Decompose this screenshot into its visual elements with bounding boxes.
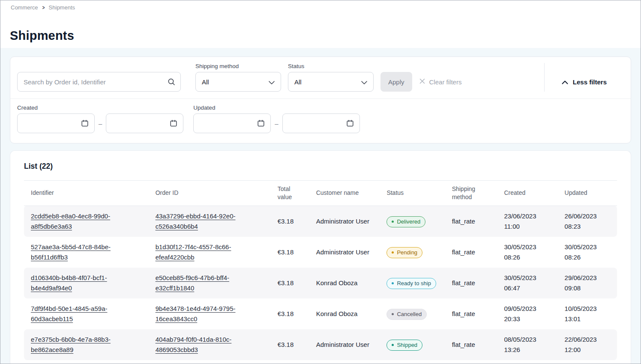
shipping-method-label: Shipping method bbox=[195, 63, 281, 69]
cell-shipping_method: flat_rate bbox=[445, 298, 497, 329]
list-title: List (22) bbox=[24, 162, 617, 171]
status-dot-icon bbox=[392, 313, 394, 315]
status-select[interactable]: All bbox=[288, 72, 374, 92]
calendar-icon[interactable] bbox=[343, 116, 357, 130]
updated-from-wrap bbox=[193, 113, 271, 133]
chevron-down-icon bbox=[269, 78, 275, 86]
order-id-link[interactable]: 404ab794-f0f0-41da-810c-4869053cbbd3 bbox=[156, 336, 232, 353]
status-dot-icon bbox=[392, 251, 394, 254]
range-dash: – bbox=[275, 120, 278, 127]
table-row: d106340b-b4b8-4f07-bcf1-b4e4d9af94e0e50c… bbox=[24, 268, 617, 298]
column-header-updated: Updated bbox=[558, 181, 617, 206]
column-header-order_id: Order ID bbox=[149, 181, 271, 206]
breadcrumb-separator-icon: > bbox=[42, 4, 45, 11]
shipments-table: IdentifierOrder IDTotal valueCustomer na… bbox=[24, 180, 617, 360]
range-dash: – bbox=[99, 120, 102, 127]
chevron-up-icon bbox=[562, 78, 568, 86]
created-to-wrap bbox=[106, 113, 183, 133]
cell-identifier: 2cdd5eb8-e8a0-4ec8-99d0-a8f5db6e3a63 bbox=[24, 206, 149, 237]
shipping-method-select[interactable]: All bbox=[195, 72, 281, 92]
cell-created: 23/06/2023 11:00 bbox=[497, 206, 557, 237]
status-badge: Shipped bbox=[386, 340, 422, 351]
status-value: All bbox=[294, 78, 302, 86]
identifier-link[interactable]: 2cdd5eb8-e8a0-4ec8-99d0-a8f5db6e3a63 bbox=[31, 212, 110, 230]
cell-status: Delivered bbox=[380, 206, 445, 237]
status-badge-label: Ready to ship bbox=[397, 280, 431, 287]
search-field-wrap bbox=[17, 72, 181, 92]
status-dot-icon bbox=[392, 344, 394, 346]
identifier-link[interactable]: e7e375cb-6b0b-4e7a-88b3-be862ace8a89 bbox=[31, 336, 111, 353]
cell-updated: 22/06/2023 12:00 bbox=[558, 329, 617, 360]
shipments-list-panel: List (22) IdentifierOrder IDTotal valueC… bbox=[10, 150, 631, 364]
apply-button[interactable]: Apply bbox=[380, 72, 412, 92]
table-row: 527aae3a-5b5d-47c8-84be-b56f11d6ffb3b1d3… bbox=[24, 237, 617, 268]
less-filters-button[interactable]: Less filters bbox=[559, 72, 609, 92]
created-from-wrap bbox=[17, 113, 95, 133]
content-area: Shipping method All Status All bbox=[0, 48, 641, 364]
table-row: e7e375cb-6b0b-4e7a-88b3-be862ace8a89404a… bbox=[24, 329, 617, 360]
created-label: Created bbox=[17, 104, 183, 111]
breadcrumb-item-commerce[interactable]: Commerce bbox=[11, 4, 38, 11]
order-id-link[interactable]: b1d30f12-7f4c-4557-8c66-efeaf4220cbb bbox=[156, 243, 231, 261]
table-header-row: IdentifierOrder IDTotal valueCustomer na… bbox=[24, 181, 617, 206]
cell-shipping_method: flat_rate bbox=[445, 206, 497, 237]
shipments-table-body: 2cdd5eb8-e8a0-4ec8-99d0-a8f5db6e3a6343a3… bbox=[24, 206, 617, 360]
cell-customer_name: Administrator User bbox=[309, 237, 380, 268]
updated-to-wrap bbox=[282, 113, 360, 133]
cell-status: Shipped bbox=[380, 329, 445, 360]
cell-updated: 26/06/2023 08:23 bbox=[558, 206, 617, 237]
column-header-created: Created bbox=[497, 181, 557, 206]
order-id-link[interactable]: e50ceb85-f9c6-47b6-bff4-e32cff1b1840 bbox=[156, 274, 229, 292]
cell-updated: 10/05/2023 13:01 bbox=[558, 298, 617, 329]
breadcrumb-item-shipments[interactable]: Shipments bbox=[49, 4, 75, 11]
clear-filters-button[interactable]: Clear filters bbox=[416, 72, 464, 92]
status-badge: Cancelled bbox=[386, 309, 427, 320]
status-dot-icon bbox=[392, 282, 394, 284]
cell-created: 08/05/2023 13:26 bbox=[497, 329, 557, 360]
column-header-total_value: Total value bbox=[271, 181, 309, 206]
close-icon bbox=[419, 78, 425, 86]
cell-created: 09/05/2023 20:33 bbox=[497, 298, 557, 329]
cell-created: 30/05/2023 08:26 bbox=[497, 237, 557, 268]
table-row: 7df9f4bd-50e1-4845-a59a-60d3acbeb1159b4e… bbox=[24, 298, 617, 329]
shipments-page: Commerce > Shipments Shipments bbox=[0, 0, 641, 364]
order-id-link[interactable]: 43a37296-ebbd-4164-92e0-c526a340b6b4 bbox=[156, 212, 236, 230]
cell-identifier: 7df9f4bd-50e1-4845-a59a-60d3acbeb115 bbox=[24, 298, 149, 329]
cell-created: 30/05/2023 06:47 bbox=[497, 268, 557, 298]
filters-panel: Shipping method All Status All bbox=[10, 57, 631, 143]
cell-order_id: e50ceb85-f9c6-47b6-bff4-e32cff1b1840 bbox=[149, 268, 271, 298]
cell-updated: 30/05/2023 08:26 bbox=[558, 237, 617, 268]
search-input[interactable] bbox=[17, 72, 181, 92]
column-header-status: Status bbox=[380, 181, 445, 206]
order-id-link[interactable]: 9b4e3478-1e4d-4974-9795-16cea3843cc0 bbox=[156, 305, 236, 322]
filters-row-dates: Created – bbox=[10, 99, 631, 143]
cell-order_id: 9b4e3478-1e4d-4974-9795-16cea3843cc0 bbox=[149, 298, 271, 329]
identifier-link[interactable]: d106340b-b4b8-4f07-bcf1-b4e4d9af94e0 bbox=[31, 274, 107, 292]
identifier-link[interactable]: 7df9f4bd-50e1-4845-a59a-60d3acbeb115 bbox=[31, 305, 107, 322]
status-badge: Delivered bbox=[386, 216, 425, 227]
cell-status: Pending bbox=[380, 237, 445, 268]
vertical-divider bbox=[544, 63, 545, 92]
calendar-icon[interactable] bbox=[78, 116, 92, 130]
identifier-link[interactable]: 527aae3a-5b5d-47c8-84be-b56f11d6ffb3 bbox=[31, 243, 111, 261]
status-badge-label: Delivered bbox=[397, 218, 420, 225]
calendar-icon[interactable] bbox=[167, 116, 180, 130]
column-header-shipping_method: Shipping method bbox=[445, 181, 497, 206]
cell-shipping_method: flat_rate bbox=[445, 329, 497, 360]
cell-total_value: €3.18 bbox=[271, 206, 309, 237]
cell-total_value: €3.18 bbox=[271, 268, 309, 298]
table-row: 2cdd5eb8-e8a0-4ec8-99d0-a8f5db6e3a6343a3… bbox=[24, 206, 617, 237]
less-filters-label: Less filters bbox=[573, 78, 607, 86]
cell-shipping_method: flat_rate bbox=[445, 268, 497, 298]
cell-customer_name: Konrad Oboza bbox=[309, 268, 380, 298]
status-label: Status bbox=[288, 63, 374, 69]
cell-identifier: 527aae3a-5b5d-47c8-84be-b56f11d6ffb3 bbox=[24, 237, 149, 268]
cell-order_id: 43a37296-ebbd-4164-92e0-c526a340b6b4 bbox=[149, 206, 271, 237]
cell-customer_name: Administrator User bbox=[309, 329, 380, 360]
cell-shipping_method: flat_rate bbox=[445, 237, 497, 268]
cell-total_value: €3.18 bbox=[271, 237, 309, 268]
calendar-icon[interactable] bbox=[254, 116, 268, 130]
status-badge: Pending bbox=[386, 247, 422, 258]
updated-label: Updated bbox=[193, 104, 359, 111]
cell-order_id: b1d30f12-7f4c-4557-8c66-efeaf4220cbb bbox=[149, 237, 271, 268]
